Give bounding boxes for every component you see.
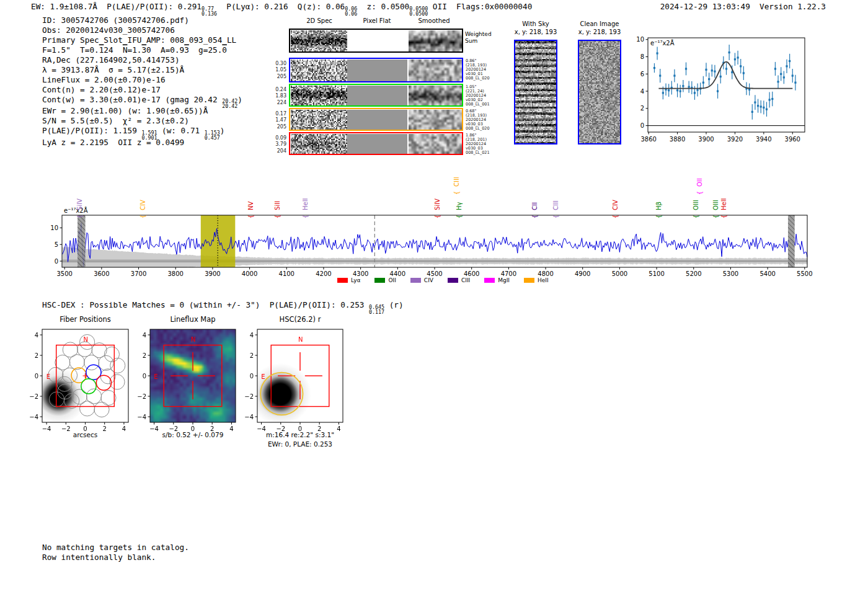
footer-line: Row intentionally blank.: [42, 553, 189, 562]
zoom-spectrum-svg: 3860388039003920394039600246810e⁻¹⁷x2Å: [639, 31, 818, 149]
svg-text:{: {: [247, 215, 254, 218]
svg-text:0: 0: [55, 258, 58, 265]
svg-text:−2: −2: [29, 393, 38, 400]
legend-item-OII: OII: [374, 277, 396, 283]
svg-text:0: 0: [640, 122, 644, 129]
svg-text:8: 8: [640, 53, 644, 60]
svg-text:5300: 5300: [723, 270, 738, 277]
svg-text:2: 2: [143, 352, 146, 359]
legend-label: CIII: [461, 277, 470, 283]
svg-text:E: E: [154, 373, 157, 380]
cutout-row-annotation: 0.68" (218, 193) 20200124 v030_03 008_LL…: [466, 109, 490, 131]
legend-label: OII: [388, 277, 396, 283]
svg-text:{: {: [434, 215, 441, 218]
svg-text:0: 0: [191, 425, 195, 432]
footer-notes: No matching targets in catalog.Row inten…: [42, 543, 189, 562]
info-line: F=1.5" T=0.124 N=1.30 A=0.93 g=25.0: [42, 45, 242, 55]
svg-text:4500: 4500: [427, 270, 442, 277]
svg-text:{: {: [76, 215, 83, 218]
sky-panel-coords: x, y: 218, 193: [515, 29, 557, 35]
weighted-smoothed: [409, 30, 462, 51]
svg-text:4: 4: [35, 332, 38, 339]
svg-text:2: 2: [103, 425, 107, 432]
emission-line-label: OII: [696, 178, 703, 187]
svg-text:2: 2: [317, 425, 321, 432]
cutout-pixel-flat: [347, 110, 407, 130]
with-sky-image: [515, 41, 556, 143]
sky-panel-title: With Sky: [522, 20, 549, 27]
svg-text:4: 4: [250, 332, 254, 339]
legend-item-CIII: CIII: [448, 277, 470, 283]
svg-text:4000: 4000: [242, 270, 257, 277]
cutout-row-weights: 0.09 3.79 204: [265, 135, 286, 154]
info-line: EWr = 2.90(±1.00) (w: 1.90(±0.65))Å: [42, 106, 242, 116]
cutout-smoothed: [409, 134, 462, 154]
svg-text:{: {: [712, 215, 719, 218]
svg-text:−2: −2: [61, 425, 71, 432]
cutout-pixel-flat: [347, 60, 407, 81]
emission-line-label: SiII: [274, 201, 281, 210]
svg-text:N: N: [84, 336, 88, 343]
cutout-row-annotation: 0.86" (218, 193) 20200124 v030_01 008_LL…: [466, 59, 490, 81]
svg-text:5400: 5400: [760, 270, 775, 277]
emission-line-label: SiIV: [76, 198, 83, 210]
svg-text:{: {: [693, 215, 699, 218]
legend-label: HeII: [538, 277, 549, 283]
svg-text:{: {: [140, 215, 146, 218]
info-block: ID: 3005742706 (3005742706.pdf)Obs: 2020…: [42, 16, 242, 147]
emission-line-label: SiIV: [434, 198, 441, 210]
emission-line-label: CIII: [552, 200, 559, 210]
svg-text:{: {: [302, 215, 309, 218]
emission-line-label: HeII: [302, 198, 309, 210]
emission-line-label: CIII: [453, 177, 460, 187]
svg-text:2: 2: [640, 105, 644, 112]
legend-swatch: [410, 278, 421, 283]
legend-label: CIV: [424, 277, 433, 283]
svg-text:0: 0: [83, 425, 87, 432]
svg-text:3880: 3880: [670, 136, 685, 143]
svg-text:{: {: [655, 215, 662, 218]
svg-text:3500: 3500: [56, 270, 72, 277]
info-line: P(LAE)/P(OII): 1.159 1.5910.901 (w: 0.71…: [42, 126, 242, 138]
svg-text:−4: −4: [149, 425, 159, 432]
legend-label: MgII: [498, 277, 510, 283]
svg-text:4: 4: [640, 88, 644, 95]
svg-text:4300: 4300: [353, 270, 368, 277]
info-line: Cont(w) = 3.30(±0.01)e-17 (gmag 20.42 20…: [42, 95, 242, 107]
emission-line-label: Hβ: [655, 202, 662, 210]
svg-text:−4: −4: [137, 414, 146, 420]
svg-text:−2: −2: [276, 425, 285, 432]
svg-text:{: {: [696, 191, 703, 195]
svg-text:10: 10: [50, 224, 58, 231]
emission-line-label: CIV: [140, 200, 146, 210]
svg-text:5200: 5200: [686, 270, 701, 277]
weighted-sum-label: Weighted Sum: [465, 31, 492, 45]
cutout-row-annotation: 1.05" (221, 24) 20200124 v030_02 008_LL_…: [466, 85, 490, 107]
cutout-col-title: Pixel Flat: [363, 17, 391, 24]
svg-text:4: 4: [229, 425, 233, 432]
svg-text:5000: 5000: [612, 270, 627, 277]
legend-item-HeII: HeII: [524, 277, 549, 283]
cutout-smoothed: [409, 60, 462, 81]
svg-text:E: E: [261, 373, 265, 380]
info-line: Primary Spec_Slot_IFU_AMP: 008_093_054_L…: [42, 35, 242, 45]
info-line: λ = 3913.87Å σ = 5.17(±2.15)Å: [42, 65, 242, 75]
weighted-2d-spec: [291, 30, 347, 51]
svg-text:3960: 3960: [785, 136, 800, 143]
svg-text:2: 2: [35, 352, 38, 359]
svg-text:2: 2: [250, 352, 254, 359]
svg-text:4: 4: [122, 425, 126, 432]
svg-text:−2: −2: [137, 393, 146, 400]
cutout-smoothed: [409, 86, 462, 105]
svg-text:−4: −4: [257, 425, 266, 432]
cutout-2d-spec: [291, 110, 347, 130]
info-line: ID: 3005742706 (3005742706.pdf): [42, 16, 242, 25]
svg-text:{: {: [453, 191, 460, 195]
legend-swatch: [337, 278, 348, 283]
svg-text:4400: 4400: [390, 270, 405, 277]
svg-text:E: E: [46, 373, 50, 380]
spectrum-legend: LyαOIICIVCIIIMgIIHeII: [337, 277, 549, 283]
emission-line-label: OIII: [712, 200, 719, 210]
svg-text:{: {: [531, 215, 538, 218]
emission-line-label: HeII: [720, 198, 727, 210]
